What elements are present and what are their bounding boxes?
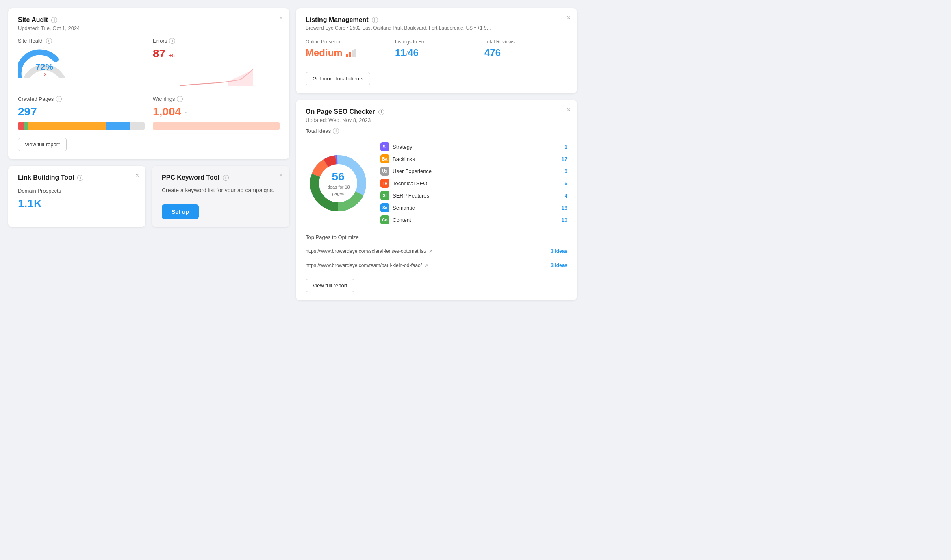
errors-section: Errors i 87 +5 [153, 38, 280, 88]
errors-value: 87 [153, 47, 165, 60]
serp-count: 4 [565, 193, 567, 199]
site-audit-updated: Updated: Tue, Oct 1, 2024 [18, 25, 280, 31]
content-badge: Co [380, 215, 389, 224]
on-page-seo-info[interactable]: i [378, 109, 384, 115]
warnings-value: 1,004 [153, 105, 181, 118]
crawled-pages-value: 297 [18, 105, 37, 118]
site-health-gauge: 72% -2 [18, 47, 71, 78]
domain-prospects-value: 1.1K [18, 197, 42, 210]
top-pages-section: Top Pages to Optimize https://www.browar… [306, 234, 567, 272]
semantic-badge: Se [380, 203, 389, 212]
total-reviews-label: Total Reviews [484, 39, 567, 45]
total-ideas-label: Total ideas [306, 128, 331, 134]
listing-management-info[interactable]: i [372, 17, 378, 23]
ux-count: 0 [565, 168, 567, 174]
legend-strategy: St Strategy 1 [380, 141, 567, 153]
listing-management-card: Listing Management i Broward Eye Care • … [296, 8, 577, 93]
link-building-title: Link Building Tool [18, 174, 74, 181]
total-reviews-value: 476 [484, 47, 567, 59]
tech-seo-count: 6 [565, 180, 567, 187]
strategy-count: 1 [565, 144, 567, 150]
errors-trend-svg [153, 63, 280, 88]
online-presence-label: Online Presence [306, 39, 389, 45]
top-pages-label: Top Pages to Optimize [306, 234, 567, 240]
listing-address: Broward Eye Care • 2502 East Oakland Par… [306, 25, 567, 31]
on-page-seo-card: On Page SEO Checker i Updated: Wed, Nov … [296, 100, 577, 300]
svg-marker-0 [228, 69, 253, 86]
warnings-section: Warnings i 1,004 0 [153, 96, 280, 130]
donut-text: 56 ideas for 18 pages [322, 170, 354, 197]
get-clients-button[interactable]: Get more local clients [306, 72, 370, 85]
page-url-2[interactable]: https://www.browardeye.com/team/paul-kle… [306, 263, 428, 268]
online-presence-metric: Online Presence Medium [306, 39, 389, 59]
page-url-1[interactable]: https://www.browardeye.com/scleral-lense… [306, 248, 432, 254]
warnings-info[interactable]: i [177, 96, 183, 102]
listing-management-close[interactable]: × [567, 15, 571, 21]
backlinks-label: Backlinks [393, 156, 415, 162]
errors-delta: +5 [169, 52, 175, 59]
ppc-keyword-card: PPC Keyword Tool i × Create a keyword li… [152, 166, 289, 227]
page-row-2: https://www.browardeye.com/team/paul-kle… [306, 258, 567, 272]
legend-serp: Sf SERP Features 4 [380, 189, 567, 202]
on-page-seo-view-report[interactable]: View full report [306, 279, 354, 292]
backlinks-count: 17 [562, 156, 567, 162]
listing-metrics: Online Presence Medium Listings to Fix [306, 39, 567, 65]
ux-label: User Experience [393, 168, 432, 174]
link-building-card: Link Building Tool i × Domain Prospects … [8, 166, 145, 227]
warnings-bar [153, 122, 280, 130]
link-building-close[interactable]: × [135, 172, 139, 179]
on-page-seo-title: On Page SEO Checker [306, 108, 375, 115]
online-presence-value: Medium [306, 47, 389, 59]
warnings-delta: 0 [185, 111, 187, 117]
gauge-text: 72% -2 [35, 62, 53, 77]
ppc-keyword-close[interactable]: × [279, 172, 283, 179]
total-reviews-metric: Total Reviews 476 [484, 39, 567, 59]
ppc-keyword-info[interactable]: i [223, 175, 229, 181]
external-link-icon-2: ↗ [424, 263, 428, 268]
link-building-info[interactable]: i [77, 175, 83, 181]
site-audit-card: Site Audit i Updated: Tue, Oct 1, 2024 ×… [8, 8, 289, 159]
crawled-pages-section: Crawled Pages i 297 [18, 96, 145, 130]
crawled-pages-info[interactable]: i [56, 96, 62, 102]
listings-to-fix-value: 11/46 [395, 47, 478, 59]
content-count: 10 [562, 217, 567, 223]
site-audit-close[interactable]: × [279, 15, 283, 21]
legend-semantic: Se Semantic 18 [380, 202, 567, 214]
gauge-percent: 72% [35, 62, 53, 72]
total-ideas-info[interactable]: i [333, 128, 339, 134]
ux-badge: Ux [380, 167, 389, 176]
listing-management-title: Listing Management [306, 16, 369, 24]
external-link-icon-1: ↗ [429, 249, 432, 254]
serp-badge: Sf [380, 191, 389, 200]
site-health-section: Site Health i 72% -2 [18, 38, 145, 88]
legend-technical-seo: Te Technical SEO 6 [380, 177, 567, 189]
ideas-legend: St Strategy 1 Ba Backlinks 17 [380, 141, 567, 226]
tech-seo-label: Technical SEO [393, 180, 427, 187]
backlinks-badge: Ba [380, 154, 389, 163]
domain-prospects-label: Domain Prospects [18, 188, 136, 194]
errors-info[interactable]: i [169, 38, 175, 44]
strategy-label: Strategy [393, 144, 412, 150]
site-health-label: Site Health [18, 38, 44, 44]
ppc-setup-button[interactable]: Set up [162, 204, 199, 219]
ppc-keyword-title: PPC Keyword Tool [162, 174, 219, 181]
bottom-tools-row: Link Building Tool i × Domain Prospects … [8, 166, 289, 227]
semantic-label: Semantic [393, 205, 415, 211]
listings-to-fix-label: Listings to Fix [395, 39, 478, 45]
page-row-1: https://www.browardeye.com/scleral-lense… [306, 244, 567, 258]
crawled-pages-label: Crawled Pages [18, 96, 54, 102]
donut-chart: 56 ideas for 18 pages [306, 151, 371, 216]
site-audit-info-icon[interactable]: i [51, 17, 57, 23]
listings-to-fix-metric: Listings to Fix 11/46 [395, 39, 478, 59]
on-page-seo-updated: Updated: Wed, Nov 8, 2023 [306, 117, 567, 123]
right-column: Listing Management i Broward Eye Care • … [296, 8, 577, 300]
site-health-info[interactable]: i [46, 38, 52, 44]
site-audit-view-report[interactable]: View full report [18, 138, 67, 151]
gauge-delta: -2 [35, 72, 53, 77]
legend-backlinks: Ba Backlinks 17 [380, 153, 567, 165]
on-page-seo-close[interactable]: × [567, 106, 571, 113]
ppc-description: Create a keyword list for your ad campai… [162, 186, 280, 195]
seo-checker-content: 56 ideas for 18 pages St Strategy 1 [306, 141, 567, 226]
page-ideas-2: 3 ideas [551, 263, 567, 268]
crawled-bar [18, 122, 145, 130]
